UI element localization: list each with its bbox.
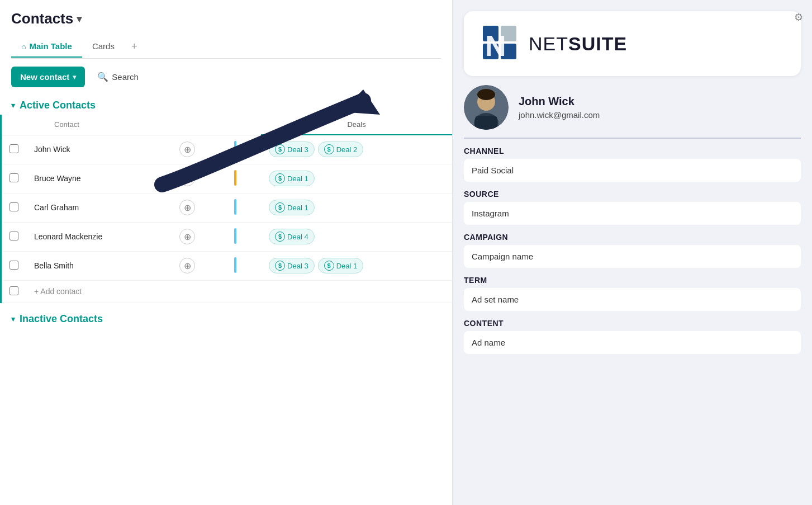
contact-name: Bella Smith [34,261,74,270]
col-contact-header: Contact [26,115,172,135]
contact-name: Bruce Wayne [34,174,81,183]
deal-label: Deal 1 [287,204,308,212]
row-checkbox[interactable] [10,202,18,211]
field-value-campaign[interactable]: Campaign name [464,245,801,268]
row-checkbox-cell [1,135,27,164]
tab-cards-label: Cards [92,41,115,51]
netsuite-bold-text: SUITE [568,33,627,54]
contact-name: John Wick [519,95,600,108]
search-icon: 🔍 [97,72,108,82]
contact-name-cell: Carl Graham [26,193,172,222]
deal-label: Deal 3 [287,145,308,154]
row-checkbox[interactable] [10,144,18,153]
new-contact-button[interactable]: New contact ▾ [11,67,85,87]
app-header: Contacts ▾ ⌂ Main Table Cards + [0,0,452,59]
contacts-title-text: Contacts [11,10,73,27]
action-cell: ⊕ [172,251,226,280]
tab-main-table[interactable]: ⌂ Main Table [11,36,82,58]
deal-dollar-icon: $ [324,144,334,154]
new-contact-caret-icon: ▾ [73,73,76,81]
contact-name: Leonard Mackenzie [34,232,102,241]
deal-badge[interactable]: $ Deal 1 [318,258,364,273]
deal-dollar-icon: $ [275,144,285,154]
deals-cell: $ Deal 3 $ Deal 2 [261,135,452,164]
svg-point-9 [477,89,495,100]
deal-badge[interactable]: $ Deal 1 [269,200,315,215]
netsuite-logo: N NETSUITE [481,23,627,64]
field-label-source: SOURCE [464,190,801,199]
add-action-icon[interactable]: ⊕ [179,141,195,157]
contact-name-cell: John Wick [26,135,172,164]
deal-badge[interactable]: $ Deal 3 [269,141,315,157]
table-row[interactable]: Bella Smith ⊕ $ Deal 3 [1,251,453,280]
contact-info-row: John Wick john.wick@gmail.com [464,85,801,139]
contact-name: Carl Graham [34,203,79,212]
settings-icon[interactable]: ⚙ [794,11,803,23]
add-contact-row[interactable]: + Add contact [1,280,453,303]
active-section-chevron-icon[interactable]: ▾ [11,101,15,110]
field-section-channel: CHANNEL Paid Social [464,147,801,182]
deal-badge[interactable]: $ Deal 4 [269,229,315,244]
row-checkbox-cell [1,164,27,193]
tabs-bar: ⌂ Main Table Cards + [11,35,441,59]
row-checkbox[interactable] [10,261,18,270]
table-row[interactable]: Carl Graham ⊕ $ Deal 1 [1,193,453,222]
tab-add-button[interactable]: + [125,35,144,58]
field-section-term: TERM Ad set name [464,276,801,311]
field-label-campaign: CAMPAIGN [464,233,801,242]
contact-name: John Wick [34,145,70,154]
contact-color-bar [234,228,236,244]
toolbar: New contact ▾ 🔍 Search [0,59,452,95]
deal-label: Deal 4 [287,233,308,241]
row-checkbox-cell [1,193,27,222]
add-action-icon[interactable]: ⊕ [179,258,195,273]
svg-rect-10 [475,116,497,130]
inactive-contacts-header: ▾ Inactive Contacts [11,313,441,325]
field-section-source: SOURCE Instagram [464,190,801,225]
color-bar-cell [226,222,261,251]
deal-badge[interactable]: $ Deal 2 [318,141,364,157]
field-value-source[interactable]: Instagram [464,202,801,225]
search-button[interactable]: 🔍 Search [92,67,144,87]
deals-cell: $ Deal 3 $ Deal 1 [261,251,452,280]
contacts-table: Contact Deals John Wick ⊕ [0,115,452,303]
row-checkbox[interactable] [10,173,18,182]
deal-label: Deal 3 [287,262,308,270]
col-action [172,115,226,135]
deal-badge[interactable]: $ Deal 3 [269,258,315,273]
col-deals-header: Deals [261,115,452,135]
action-cell: ⊕ [172,135,226,164]
add-action-icon[interactable]: ⊕ [179,229,195,244]
table-row[interactable]: Leonard Mackenzie ⊕ $ Deal 4 [1,222,453,251]
field-value-content[interactable]: Ad name [464,331,801,354]
row-checkbox-cell [1,222,27,251]
field-value-channel[interactable]: Paid Social [464,159,801,182]
add-contact-label[interactable]: + Add contact [26,280,452,303]
add-action-icon[interactable]: ⊕ [179,200,195,215]
inactive-contacts-label: Inactive Contacts [20,313,103,325]
action-cell: ⊕ [172,193,226,222]
color-bar-cell [226,135,261,164]
contact-name-cell: Leonard Mackenzie [26,222,172,251]
field-value-term[interactable]: Ad set name [464,288,801,311]
left-panel: Contacts ▾ ⌂ Main Table Cards + New cont… [0,0,453,505]
row-checkbox[interactable] [10,232,18,240]
color-bar-cell [226,193,261,222]
tab-cards[interactable]: Cards [82,36,125,58]
title-chevron-icon[interactable]: ▾ [77,13,82,25]
add-action-icon[interactable]: ⊕ [179,171,195,186]
contact-name-cell: Bella Smith [26,251,172,280]
contact-details: John Wick john.wick@gmail.com [519,95,600,120]
action-cell: ⊕ [172,164,226,193]
inactive-section-chevron-icon[interactable]: ▾ [11,315,15,323]
add-checkbox[interactable] [10,286,18,295]
contact-card: John Wick john.wick@gmail.com CHANNEL Pa… [453,85,812,373]
contact-color-bar [234,141,236,157]
avatar [464,85,509,130]
deal-badge[interactable]: $ Deal 1 [269,171,315,186]
deals-cell: $ Deal 1 [261,193,452,222]
deal-dollar-icon: $ [324,261,334,271]
table-row[interactable]: Bruce Wayne ⊕ $ Deal 1 [1,164,453,193]
netsuite-text: NETSUITE [529,33,627,55]
table-row[interactable]: John Wick ⊕ $ Deal 3 [1,135,453,164]
